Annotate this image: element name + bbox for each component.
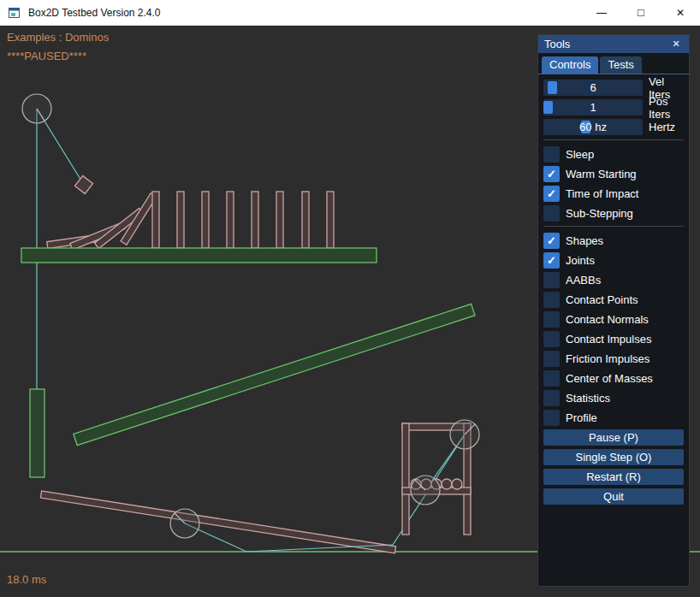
checkbox-friction-impulses[interactable]: ✓ Friction Impulses — [543, 351, 684, 367]
slider-value: 60 hz — [543, 119, 643, 135]
checkbox-joints[interactable]: ✓ Joints — [543, 252, 684, 269]
standing-dominos[interactable] — [152, 192, 334, 248]
checkbox-profile[interactable]: ✓ Profile — [543, 410, 684, 426]
checkbox-box: ✓ — [543, 146, 560, 163]
checkbox-statistics[interactable]: ✓ Statistics — [543, 390, 684, 406]
checkbox-box: ✓ — [543, 166, 560, 182]
slider-value: 1 — [543, 99, 643, 115]
check-icon: ✓ — [543, 252, 560, 269]
tools-panel[interactable]: Tools ✕ Controls Tests 6 Vel Iters 1 — [537, 34, 690, 587]
checkbox-box: ✓ — [543, 390, 560, 406]
checkbox-label: Statistics — [566, 392, 610, 405]
wheel-left[interactable] — [170, 509, 199, 538]
domino-platform — [21, 248, 377, 263]
paused-label: ****PAUSED**** — [7, 50, 86, 62]
checkbox-label: Warm Starting — [566, 168, 637, 180]
hertz-slider[interactable]: 60 hz Hertz — [543, 119, 684, 135]
vel-iters-slider[interactable]: 6 Vel Iters — [543, 80, 684, 96]
maximize-button[interactable]: □ — [621, 0, 661, 25]
checkbox-box: ✓ — [543, 233, 560, 249]
fallen-dominos[interactable] — [47, 193, 157, 250]
checkbox-label: Center of Masses — [566, 372, 653, 385]
panel-close-icon[interactable]: ✕ — [669, 38, 683, 51]
tilted-plank[interactable] — [40, 491, 395, 553]
checkbox-label: Contact Points — [566, 293, 638, 306]
example-label: Examples : Dominos — [7, 31, 109, 44]
slider-track[interactable]: 6 — [543, 80, 643, 96]
checkbox-label: Contact Normals — [566, 313, 649, 326]
checkbox-box: ✓ — [543, 186, 560, 202]
tools-panel-titlebar[interactable]: Tools ✕ — [538, 35, 689, 53]
checkbox-box: ✓ — [543, 292, 560, 308]
app-icon[interactable] — [8, 6, 21, 20]
separator — [543, 226, 684, 227]
left-pillar — [30, 389, 44, 477]
single-step-button[interactable]: Single Step (O) — [543, 449, 684, 465]
separator — [543, 139, 684, 140]
slider-track[interactable]: 1 — [543, 99, 643, 115]
checkbox-box: ✓ — [543, 331, 560, 347]
check-icon: ✓ — [543, 166, 560, 182]
pendulum-box[interactable] — [74, 175, 92, 193]
checkbox-label: Time of Impact — [566, 187, 638, 200]
pos-iters-slider[interactable]: 1 Pos Iters — [543, 99, 684, 115]
tools-tab-bar: Controls Tests — [538, 53, 689, 74]
quit-button[interactable]: Quit — [543, 488, 684, 505]
checkbox-box: ✓ — [543, 205, 560, 222]
checkbox-label: Friction Impulses — [566, 352, 650, 365]
checkbox-box: ✓ — [543, 252, 560, 269]
minimize-icon: — — [596, 7, 607, 19]
checkbox-sub-stepping[interactable]: ✓ Sub-Stepping — [543, 205, 684, 222]
checkbox-label: AABBs — [566, 274, 601, 287]
checkbox-contact-points[interactable]: ✓ Contact Points — [543, 292, 684, 308]
checkbox-box: ✓ — [543, 351, 560, 367]
frame-time-label: 18.0 ms — [7, 573, 46, 586]
checkbox-time-of-impact[interactable]: ✓ Time of Impact — [543, 186, 684, 202]
slider-value: 6 — [543, 80, 643, 96]
minimize-button[interactable]: — — [582, 0, 621, 25]
pendulum-ball[interactable] — [22, 94, 51, 123]
checkbox-box: ✓ — [543, 272, 560, 288]
checkbox-shapes[interactable]: ✓ Shapes — [543, 233, 684, 249]
window-title: Box2D Testbed Version 2.4.0 — [28, 7, 161, 19]
maximize-icon: □ — [638, 6, 644, 19]
tab-controls[interactable]: Controls — [542, 56, 598, 74]
wheel-top-right[interactable] — [450, 420, 479, 449]
checkbox-sleep[interactable]: ✓ Sleep — [543, 146, 684, 163]
checkbox-label: Sleep — [566, 148, 594, 161]
checkbox-center-of-masses[interactable]: ✓ Center of Masses — [543, 370, 684, 387]
tab-tests[interactable]: Tests — [600, 56, 641, 74]
checkbox-warm-starting[interactable]: ✓ Warm Starting — [543, 166, 684, 182]
restart-button[interactable]: Restart (R) — [543, 469, 684, 485]
checkbox-box: ✓ — [543, 370, 560, 387]
window-controls: — □ ✕ — [582, 0, 700, 25]
slider-label: Pos Iters — [649, 95, 684, 121]
tools-panel-body: 6 Vel Iters 1 Pos Iters 60 hz Hertz — [538, 74, 689, 586]
checkbox-box: ✓ — [543, 311, 560, 328]
pause-button[interactable]: Pause (P) — [543, 429, 684, 446]
checkbox-label: Contact Impulses — [566, 333, 651, 346]
check-icon: ✓ — [543, 186, 560, 202]
slider-label: Hertz — [649, 121, 675, 133]
tools-panel-title: Tools — [544, 38, 570, 50]
physics-viewport[interactable]: Examples : Dominos ****PAUSED**** 18.0 m… — [0, 26, 700, 597]
titlebar[interactable]: Box2D Testbed Version 2.4.0 — □ ✕ — [0, 0, 700, 26]
slider-track[interactable]: 60 hz — [543, 119, 643, 135]
checkbox-label: Shapes — [566, 234, 603, 247]
wheel-mid-right[interactable] — [411, 476, 440, 505]
checkbox-aabbs[interactable]: ✓ AABBs — [543, 272, 684, 288]
close-icon: ✕ — [676, 7, 685, 19]
check-icon: ✓ — [543, 233, 560, 249]
checkbox-label: Sub-Stepping — [566, 207, 633, 220]
checkbox-label: Profile — [566, 411, 597, 424]
checkbox-box: ✓ — [543, 410, 560, 426]
checkbox-label: Joints — [566, 254, 595, 267]
checkbox-contact-impulses[interactable]: ✓ Contact Impulses — [543, 331, 684, 347]
checkbox-contact-normals[interactable]: ✓ Contact Normals — [543, 311, 684, 328]
close-button[interactable]: ✕ — [661, 0, 700, 25]
box2d-testbed-window: { "window": { "title": "Box2D Testbed Ve… — [0, 0, 700, 597]
